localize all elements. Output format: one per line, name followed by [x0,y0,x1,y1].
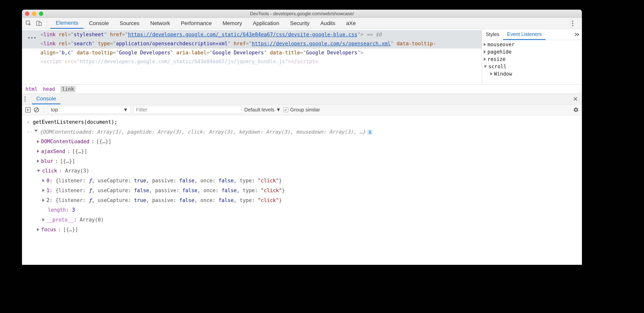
filter-placeholder: Filter [136,107,147,113]
tab-console[interactable]: Console [84,18,114,29]
disclosure-right-icon [484,58,486,61]
separator [44,107,44,113]
tree-row[interactable]: 1: {listener: ƒ, useCapture: false, pass… [37,186,582,195]
execute-icon[interactable] [25,107,31,113]
expand-ellipsis-icon[interactable]: ••• [28,33,36,43]
dom-node-truncated[interactable]: <script src="https://developers.google.c… [40,57,482,66]
object-tree: DOMContentLoaded: [{…}] ajaxSend: [{…}] … [26,137,582,234]
svg-point-3 [572,20,573,21]
disclosure-right-icon [37,140,39,143]
titlebar: DevTools - developers.google.com/web/sho… [22,10,582,18]
drawer-close-icon[interactable]: ✕ [571,95,580,103]
disclosure-right-icon [37,228,39,231]
tab-memory[interactable]: Memory [217,18,248,29]
dropdown-icon: ▼ [123,107,128,113]
checkbox-icon: ✓ [284,108,288,112]
disclosure-right-icon [42,179,44,182]
event-listeners-list: mouseover pagehide resize scroll Window [482,40,582,78]
group-similar-toggle[interactable]: ✓ Group similar [284,107,320,113]
panel-tabs: Elements Console Sources Network Perform… [50,18,361,29]
drawer-tabs: Console ✕ [22,94,582,104]
disclosure-down-icon [484,65,487,68]
dom-tree[interactable]: ••• <link rel="stylesheet" href="https:/… [22,29,482,84]
dropdown-icon: ▼ [276,107,281,113]
breadcrumb-item[interactable]: html [26,86,38,92]
tree-row[interactable]: __proto__: Array(0) [37,215,582,225]
event-item[interactable]: pagehide [484,48,580,55]
context-value: top [51,107,58,113]
tab-elements[interactable]: Elements [50,18,84,29]
drawer-more-icon[interactable] [24,96,32,102]
console-command: getEventListeners(document); [33,117,117,127]
tree-row[interactable]: DOMContentLoaded: [{…}] [37,137,582,146]
drawer-tab-console[interactable]: Console [32,94,60,104]
breadcrumb-item-selected[interactable]: link [60,86,76,92]
tab-network[interactable]: Network [145,18,176,29]
dom-node-selected[interactable]: <link rel="stylesheet" href="https://dev… [40,30,482,39]
disclosure-right-icon [37,160,39,163]
tab-sources[interactable]: Sources [114,18,145,29]
more-menu-icon[interactable] [572,20,580,26]
sidebar-tabs: Styles Event Listeners [482,29,582,40]
disclosure-right-icon [42,199,44,202]
tree-row[interactable]: focus: [{…}] [37,225,582,235]
event-item[interactable]: mouseover [484,41,580,48]
window-title: DevTools - developers.google.com/web/sho… [22,11,582,16]
console-toolbar: top ▼ Filter Default levels ▼ ✓ Group si… [22,104,582,115]
console-output: › getEventListeners(document); ‹· {DOMCo… [22,115,582,236]
svg-point-8 [24,100,26,101]
tab-application[interactable]: Application [248,18,284,29]
main-toolbar: Elements Console Sources Network Perform… [22,18,582,29]
tree-row-expanded[interactable]: click: Array(3) [37,166,582,176]
window-zoom-button[interactable] [39,11,43,16]
sidebar-tab-event-listeners[interactable]: Event Listeners [503,29,546,40]
tree-row[interactable]: length: 3 [37,205,582,215]
inspect-element-icon[interactable] [24,19,33,27]
filter-input[interactable]: Filter [134,106,242,114]
log-levels-selector[interactable]: Default levels ▼ [244,107,281,113]
tree-row[interactable]: 0: {listener: ƒ, useCapture: true, passi… [37,176,582,186]
disclosure-down-icon [37,170,40,172]
disclosure-right-icon [42,218,44,221]
tree-row[interactable]: ajaxSend: [{…}] [37,146,582,156]
tree-row[interactable]: blur: [{…}] [37,156,582,166]
console-settings-icon[interactable] [573,107,579,113]
result-icon: ‹· [26,127,32,137]
event-item[interactable]: resize [484,55,580,63]
svg-line-11 [35,108,38,112]
sidebar-tab-styles[interactable]: Styles [482,29,503,40]
href-link[interactable]: https://developers.google.com/_static/64… [128,32,358,37]
elements-panel: ••• <link rel="stylesheet" href="https:/… [22,29,582,84]
tab-security[interactable]: Security [284,18,315,29]
devtools-window: DevTools - developers.google.com/web/sho… [22,10,582,265]
window-minimize-button[interactable] [32,11,36,16]
disclosure-right-icon [42,189,44,192]
disclosure-right-icon [484,43,486,46]
console-result-line[interactable]: ‹· {DOMContentLoaded: Array(1), pagehide… [26,127,582,137]
styles-sidebar: Styles Event Listeners mouseover pagehid… [482,29,582,84]
href-link[interactable]: https://developers.google.com/s/opensear… [252,41,391,46]
tab-axe[interactable]: aXe [341,18,361,29]
sidebar-more-icon[interactable] [572,33,582,36]
svg-point-5 [572,25,573,26]
result-summary: {DOMContentLoaded: Array(1), pagehide: A… [40,127,372,137]
window-close-button[interactable] [25,11,29,16]
tab-performance[interactable]: Performance [176,18,217,29]
event-item-expanded[interactable]: scroll [484,63,580,70]
console-input-line[interactable]: › getEventListeners(document); [26,117,582,127]
disclosure-right-icon [490,72,492,75]
info-icon[interactable]: i [368,130,372,135]
breadcrumb-item[interactable]: head [43,86,55,92]
disclosure-right-icon [37,150,39,153]
prompt-icon: › [26,117,30,127]
tab-audits[interactable]: Audits [315,18,341,29]
svg-point-7 [24,98,26,99]
event-target[interactable]: Window [484,70,580,77]
clear-console-icon[interactable] [34,107,39,113]
elements-breadcrumbs: html head link [22,84,582,94]
tree-row[interactable]: 2: {listener: ƒ, useCapture: true, passi… [37,195,582,205]
context-selector[interactable]: top ▼ [48,106,131,114]
device-toolbar-icon[interactable] [35,19,43,27]
dom-node[interactable]: <link rel="search" type="application/ope… [40,39,440,57]
disclosure-down-icon [34,130,38,132]
